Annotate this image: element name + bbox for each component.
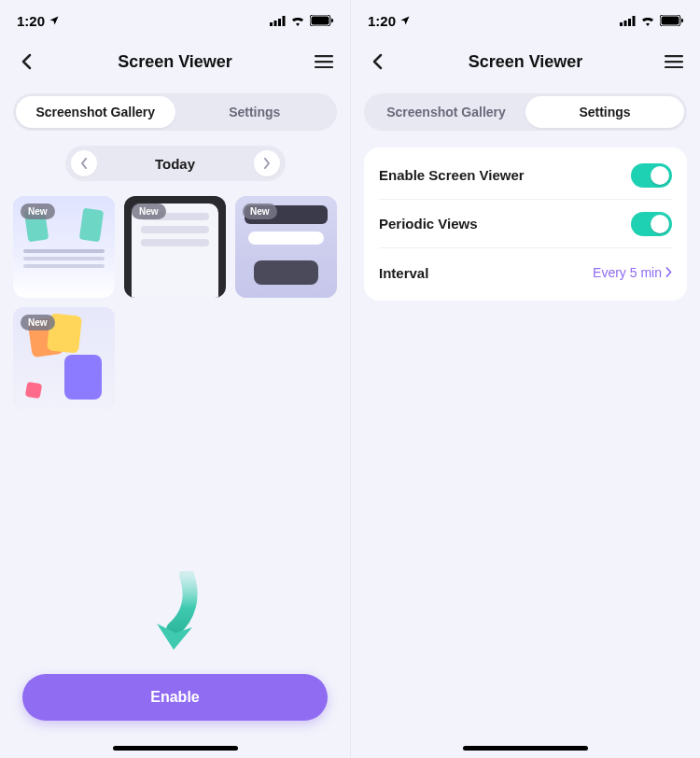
- svg-rect-7: [315, 55, 333, 57]
- svg-rect-13: [633, 16, 636, 26]
- tab-screenshot-gallery[interactable]: Screenshot Gallery: [16, 96, 175, 128]
- new-badge: New: [243, 204, 277, 219]
- menu-button[interactable]: [311, 49, 337, 75]
- back-button[interactable]: [13, 49, 39, 75]
- new-badge: New: [132, 204, 166, 219]
- svg-rect-11: [624, 21, 627, 26]
- tab-settings[interactable]: Settings: [175, 96, 335, 128]
- screenshot-thumb[interactable]: New: [13, 307, 115, 409]
- screenshot-thumb[interactable]: New: [124, 196, 226, 298]
- back-button[interactable]: [364, 49, 390, 75]
- toggle-periodic-views[interactable]: [631, 212, 672, 236]
- svg-rect-16: [681, 19, 683, 22]
- phone-settings-screen: 1:20 Screen Viewer Screenshot Gallery: [350, 0, 700, 758]
- svg-rect-12: [628, 19, 631, 26]
- toggle-enable-screen-viewer[interactable]: [631, 163, 672, 188]
- battery-icon: [310, 15, 333, 26]
- screenshot-grid: New New New New: [0, 181, 350, 409]
- svg-rect-10: [620, 22, 623, 26]
- enable-button[interactable]: Enable: [22, 674, 328, 721]
- new-badge: New: [21, 315, 55, 330]
- setting-interval[interactable]: Interval Every 5 min: [379, 248, 672, 297]
- location-icon: [49, 15, 60, 26]
- tabs-segmented: Screenshot Gallery Settings: [13, 93, 337, 131]
- svg-rect-5: [312, 17, 329, 25]
- status-right: [620, 15, 683, 26]
- settings-card: Enable Screen Viewer Periodic Views Inte…: [364, 147, 687, 301]
- setting-periodic-views: Periodic Views: [379, 200, 672, 248]
- tab-screenshot-gallery[interactable]: Screenshot Gallery: [367, 96, 525, 128]
- interval-value-text: Every 5 min: [593, 265, 662, 280]
- svg-rect-8: [315, 61, 333, 63]
- svg-rect-1: [274, 21, 277, 26]
- svg-rect-15: [662, 17, 679, 25]
- status-left: 1:20: [17, 13, 60, 29]
- arrow-hint-icon: [138, 571, 213, 665]
- home-indicator: [463, 746, 588, 751]
- setting-value: Every 5 min: [593, 265, 672, 280]
- page-title: Screen Viewer: [351, 52, 700, 72]
- svg-rect-3: [283, 16, 286, 26]
- phone-gallery-screen: 1:20 Screen Viewer Screenshot Gallery: [0, 0, 350, 758]
- cellular-icon: [620, 16, 636, 26]
- svg-rect-6: [331, 19, 333, 22]
- setting-label: Interval: [379, 265, 428, 281]
- svg-rect-18: [665, 61, 683, 63]
- nav-header: Screen Viewer: [351, 41, 700, 82]
- status-bar: 1:20: [351, 0, 700, 41]
- status-bar: 1:20: [0, 0, 350, 41]
- new-badge: New: [21, 204, 55, 219]
- tabs-segmented: Screenshot Gallery Settings: [364, 93, 687, 131]
- status-time: 1:20: [368, 13, 396, 29]
- status-left: 1:20: [368, 13, 411, 29]
- svg-rect-17: [665, 55, 683, 57]
- page-title: Screen Viewer: [0, 52, 350, 72]
- date-selector: Today: [65, 146, 286, 181]
- date-label: Today: [155, 156, 195, 172]
- setting-label: Enable Screen Viewer: [379, 167, 525, 183]
- status-right: [270, 15, 333, 26]
- cellular-icon: [270, 16, 286, 26]
- setting-label: Periodic Views: [379, 216, 478, 232]
- svg-rect-2: [278, 19, 281, 26]
- svg-rect-0: [270, 22, 273, 26]
- svg-rect-19: [665, 66, 683, 68]
- svg-rect-9: [315, 66, 333, 68]
- wifi-icon: [290, 15, 305, 26]
- chevron-right-icon: [665, 265, 672, 280]
- menu-button[interactable]: [661, 49, 687, 75]
- nav-header: Screen Viewer: [0, 41, 350, 82]
- setting-enable-screen-viewer: Enable Screen Viewer: [379, 151, 672, 200]
- tab-settings[interactable]: Settings: [525, 96, 684, 128]
- home-indicator: [113, 746, 238, 751]
- wifi-icon: [640, 15, 655, 26]
- screenshot-thumb[interactable]: New: [13, 196, 115, 298]
- status-time: 1:20: [17, 13, 45, 29]
- screenshot-thumb[interactable]: New: [235, 196, 337, 298]
- battery-icon: [660, 15, 683, 26]
- location-icon: [399, 15, 411, 26]
- date-prev-button[interactable]: [71, 150, 97, 176]
- date-next-button[interactable]: [254, 150, 280, 176]
